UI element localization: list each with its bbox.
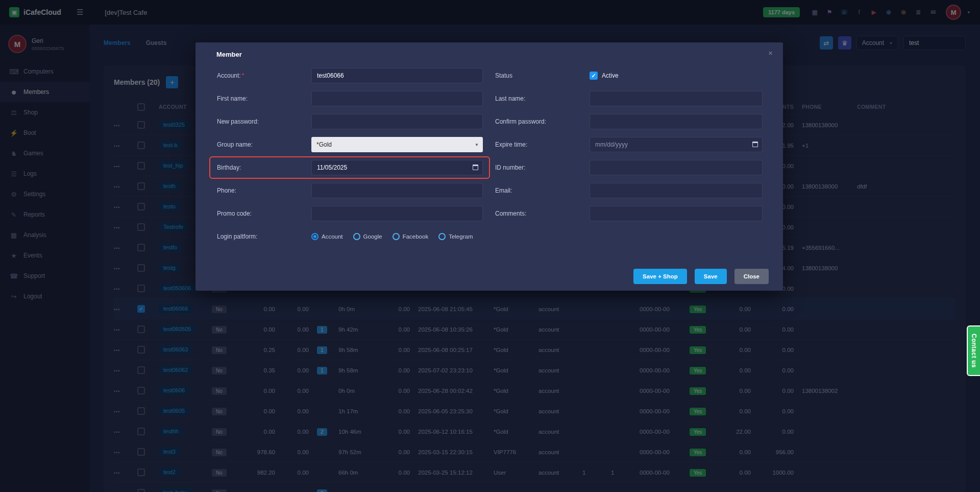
- member-modal: Member × Account:* First name: New passw…: [195, 42, 783, 291]
- login-platform-option-telegram[interactable]: Telegram: [438, 233, 473, 240]
- last-name-label: Last name:: [495, 95, 590, 102]
- status-active-checkbox[interactable]: ✓: [590, 72, 598, 80]
- comments-input[interactable]: [590, 206, 763, 221]
- required-mark: *: [242, 72, 244, 79]
- status-label: Status: [495, 72, 590, 79]
- first-name-label: First name:: [217, 95, 311, 102]
- expire-time-row: Expire time:: [495, 137, 763, 152]
- email-label: Email:: [495, 187, 590, 194]
- expire-time-input[interactable]: [590, 137, 763, 152]
- account-row: Account:*: [217, 68, 483, 83]
- first-name-input[interactable]: [311, 91, 483, 106]
- contact-us-button[interactable]: Contact us: [967, 325, 980, 376]
- group-name-value: *Gold: [316, 141, 332, 148]
- confirm-password-row: Confirm password:: [495, 114, 763, 129]
- last-name-input[interactable]: [590, 91, 763, 106]
- email-input[interactable]: [590, 183, 763, 198]
- status-row: Status ✓ Active: [495, 68, 763, 83]
- radio-icon: [393, 233, 400, 240]
- promo-code-row: Promo code:: [217, 206, 483, 221]
- promo-code-label: Promo code:: [217, 210, 311, 217]
- radio-icon: [353, 233, 360, 240]
- email-row: Email:: [495, 183, 763, 198]
- first-name-row: First name:: [217, 91, 483, 106]
- save-shop-button[interactable]: Save + Shop: [633, 269, 687, 284]
- chevron-down-icon: ▼: [475, 143, 479, 147]
- login-platform-row: Login paltform: AccountGoogleFacebookTel…: [217, 229, 483, 244]
- comments-row: Comments:: [495, 206, 763, 221]
- phone-input[interactable]: [311, 183, 483, 198]
- birthday-row-highlighted: Birthday:: [210, 157, 489, 178]
- new-password-label: New password:: [217, 118, 311, 125]
- radio-icon: [311, 233, 318, 240]
- group-name-select[interactable]: *Gold ▼: [311, 137, 483, 152]
- login-platform-option-account[interactable]: Account: [311, 233, 343, 240]
- modal-title: Member: [195, 42, 783, 61]
- birthday-label: Birthday:: [217, 164, 311, 171]
- phone-label: Phone:: [217, 187, 311, 194]
- form-left-column: Account:* First name: New password: Grou…: [217, 68, 483, 252]
- new-password-row: New password:: [217, 114, 483, 129]
- status-active-label: Active: [602, 72, 619, 79]
- id-number-input[interactable]: [590, 160, 763, 175]
- login-platform-option-google[interactable]: Google: [353, 233, 382, 240]
- confirm-password-label: Confirm password:: [495, 118, 590, 125]
- save-button[interactable]: Save: [695, 269, 727, 284]
- account-input[interactable]: [311, 68, 483, 83]
- modal-buttons: Save + Shop Save Close: [633, 269, 769, 284]
- login-platform-group: AccountGoogleFacebookTelegram: [311, 233, 483, 240]
- new-password-input[interactable]: [311, 114, 483, 129]
- calendar-icon[interactable]: [752, 142, 758, 147]
- phone-row: Phone:: [217, 183, 483, 198]
- id-number-row: ID number:: [495, 160, 763, 175]
- member-form: Account:* First name: New password: Grou…: [195, 68, 783, 252]
- close-button[interactable]: Close: [734, 269, 769, 284]
- promo-code-input[interactable]: [311, 206, 483, 221]
- calendar-icon[interactable]: [473, 165, 478, 170]
- close-icon[interactable]: ×: [768, 49, 773, 57]
- group-name-label: Group name:: [217, 141, 311, 148]
- login-platform-label: Login paltform:: [217, 233, 311, 240]
- last-name-row: Last name:: [495, 91, 763, 106]
- radio-icon: [438, 233, 446, 240]
- comments-label: Comments:: [495, 210, 590, 217]
- login-platform-option-facebook[interactable]: Facebook: [393, 233, 429, 240]
- group-name-row: Group name: *Gold ▼: [217, 137, 483, 152]
- expire-time-label: Expire time:: [495, 141, 590, 148]
- form-right-column: Status ✓ Active Last name: Confirm passw…: [495, 68, 763, 229]
- birthday-input[interactable]: [311, 160, 483, 175]
- confirm-password-input[interactable]: [590, 114, 763, 129]
- account-label: Account:: [217, 72, 241, 79]
- id-number-label: ID number:: [495, 164, 590, 171]
